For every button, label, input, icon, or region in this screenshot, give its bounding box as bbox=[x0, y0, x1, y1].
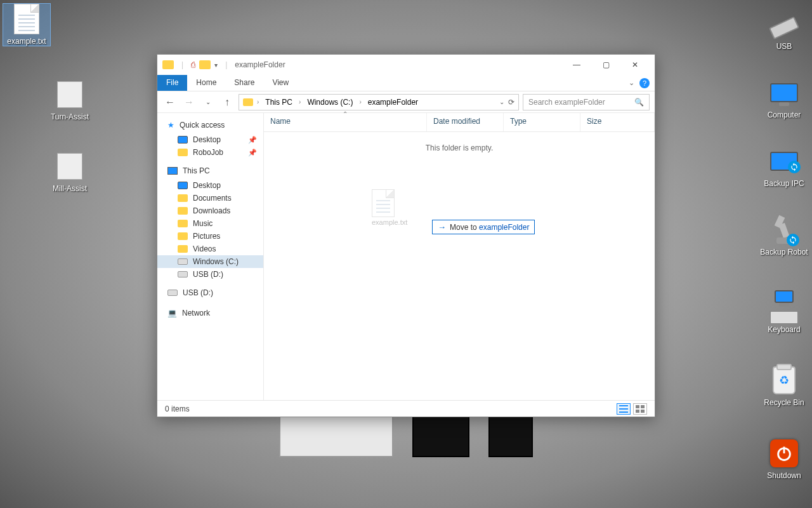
details-view-button[interactable] bbox=[617, 403, 631, 415]
tab-file[interactable]: File bbox=[157, 75, 187, 91]
folder-icon bbox=[178, 207, 188, 215]
addressbar-dropdown-icon[interactable]: ⌄ bbox=[499, 98, 504, 105]
breadcrumb-drive[interactable]: Windows (C:) bbox=[304, 98, 355, 107]
nav-item-desktop[interactable]: Desktop bbox=[157, 179, 263, 192]
desktop-icon-label: Backup IPC bbox=[760, 179, 808, 188]
minimize-button[interactable]: — bbox=[562, 55, 591, 75]
nav-item-label: RoboJob bbox=[193, 148, 223, 157]
desktop-icon-label: Backup Robot bbox=[760, 248, 808, 257]
folder-icon bbox=[178, 220, 188, 227]
tab-view[interactable]: View bbox=[263, 75, 298, 91]
breadcrumb-folder[interactable]: exampleFolder bbox=[365, 98, 421, 107]
nav-network[interactable]: 💻 Network bbox=[157, 307, 263, 321]
nav-item-robojob[interactable]: RoboJob📌 bbox=[157, 146, 263, 159]
example-txt-icon bbox=[11, 4, 42, 34]
desktop-icon-example-txt[interactable]: example.txt bbox=[3, 3, 51, 46]
col-date[interactable]: Date modified bbox=[427, 113, 504, 131]
nav-item-usb-d-[interactable]: USB (D:) bbox=[157, 268, 263, 281]
col-size[interactable]: Size bbox=[580, 113, 655, 131]
titlebar[interactable]: | ⎙ ▾ | exampleFolder — ▢ ✕ bbox=[157, 55, 655, 75]
nav-item-videos[interactable]: Videos bbox=[157, 243, 263, 255]
col-type[interactable]: Type bbox=[504, 113, 580, 131]
computer-icon bbox=[769, 77, 799, 108]
qat-dropdown-icon[interactable]: ▾ bbox=[214, 62, 218, 69]
chevron-right-icon[interactable]: › bbox=[256, 98, 260, 105]
desktop-icon-backup-robot[interactable]: Backup Robot bbox=[760, 215, 808, 257]
disk-icon bbox=[178, 271, 188, 277]
nav-quick-access[interactable]: ★ Quick access bbox=[157, 119, 263, 133]
desktop-icon-label: Computer bbox=[760, 110, 808, 119]
desktop-icon-backup-ipc[interactable]: Backup IPC bbox=[760, 146, 808, 188]
nav-item-label: Desktop bbox=[193, 135, 221, 144]
mill-assist-icon bbox=[55, 151, 85, 182]
desktop-icon-keyboard[interactable]: Keyboard bbox=[760, 292, 808, 334]
navigation-row: ← → ⌄ ↑ › This PC › Windows (C:) › examp… bbox=[157, 91, 655, 113]
close-button[interactable]: ✕ bbox=[620, 55, 650, 75]
nav-usb[interactable]: USB (D:) bbox=[157, 287, 263, 301]
empty-folder-message: This folder is empty. bbox=[264, 132, 655, 164]
drag-tip-dest: exampleFolder bbox=[479, 223, 529, 232]
nav-item-label: Desktop bbox=[193, 181, 221, 190]
recent-locations-button[interactable]: ⌄ bbox=[200, 95, 216, 110]
desktop-icon-label: example.txt bbox=[3, 37, 50, 46]
file-list-area[interactable]: ⌃ Name Date modified Type Size This fold… bbox=[264, 113, 655, 400]
navigation-pane[interactable]: ★ Quick access Desktop📌RoboJob📌 This PC … bbox=[157, 113, 264, 400]
nav-item-pictures[interactable]: Pictures bbox=[157, 230, 263, 243]
breadcrumb-thispc[interactable]: This PC bbox=[263, 98, 295, 107]
address-bar[interactable]: › This PC › Windows (C:) › exampleFolder… bbox=[239, 94, 519, 110]
desktop-icon-computer[interactable]: Computer bbox=[760, 77, 808, 119]
tab-share[interactable]: Share bbox=[225, 75, 263, 91]
disk-icon bbox=[167, 290, 178, 296]
svg-rect-4 bbox=[619, 411, 628, 413]
desktop-icon-recycle-bin[interactable]: ♻Recycle Bin bbox=[760, 365, 808, 407]
nav-usb-label: USB (D:) bbox=[183, 288, 213, 297]
desktop-icon-label: Shutdown bbox=[760, 471, 808, 480]
desktop-icon-turn-assist[interactable]: Turn-Assist bbox=[46, 79, 94, 121]
desktop-icon-shutdown[interactable]: Shutdown bbox=[760, 438, 808, 480]
search-input[interactable]: Search exampleFolder 🔍 bbox=[523, 94, 650, 110]
backup-robot-icon bbox=[769, 215, 799, 245]
col-name[interactable]: ⌃ Name bbox=[264, 113, 427, 131]
desktop-icon-label: Recycle Bin bbox=[760, 398, 808, 407]
svg-rect-5 bbox=[636, 405, 639, 408]
nav-item-windows-c-[interactable]: Windows (C:) bbox=[157, 255, 263, 268]
nav-item-documents[interactable]: Documents bbox=[157, 192, 263, 204]
thumbnails-view-button[interactable] bbox=[633, 403, 647, 415]
chevron-down-icon[interactable]: ⌄ bbox=[629, 79, 634, 87]
drag-ghost: example.txt bbox=[372, 189, 407, 226]
star-icon: ★ bbox=[167, 121, 174, 130]
ribbon-tabs: File Home Share View ⌄ ? bbox=[157, 75, 655, 91]
desktop-icon-mill-assist[interactable]: Mill-Assist bbox=[46, 151, 94, 193]
qat-save-icon[interactable]: ⎙ bbox=[191, 60, 195, 69]
help-icon[interactable]: ? bbox=[639, 78, 650, 88]
tab-home[interactable]: Home bbox=[187, 75, 225, 91]
search-icon: 🔍 bbox=[634, 98, 644, 107]
network-icon: 💻 bbox=[167, 309, 177, 318]
back-button[interactable]: ← bbox=[162, 95, 178, 110]
maximize-button[interactable]: ▢ bbox=[591, 55, 620, 75]
chevron-right-icon[interactable]: › bbox=[358, 98, 362, 105]
svg-rect-8 bbox=[641, 410, 645, 413]
up-button[interactable]: ↑ bbox=[219, 95, 235, 110]
desktop-icon-usb[interactable]: USB bbox=[760, 9, 808, 51]
qat-folder-icon[interactable] bbox=[199, 60, 211, 69]
chevron-right-icon[interactable]: › bbox=[298, 98, 302, 105]
nav-item-music[interactable]: Music bbox=[157, 217, 263, 230]
nav-item-label: Windows (C:) bbox=[193, 257, 239, 266]
folder-icon bbox=[178, 232, 188, 240]
addressbar-folder-icon bbox=[243, 98, 253, 106]
status-bar: 0 items bbox=[157, 400, 655, 417]
recycle-bin-icon: ♻ bbox=[769, 365, 799, 396]
nav-item-downloads[interactable]: Downloads bbox=[157, 204, 263, 217]
move-arrow-icon: → bbox=[438, 222, 446, 232]
desktop-icon bbox=[178, 182, 188, 189]
forward-button[interactable]: → bbox=[181, 95, 197, 110]
usb-icon bbox=[769, 9, 799, 39]
nav-item-desktop[interactable]: Desktop📌 bbox=[157, 133, 263, 146]
nav-quick-access-label: Quick access bbox=[180, 121, 225, 130]
nav-this-pc[interactable]: This PC bbox=[157, 165, 263, 179]
refresh-icon[interactable]: ⟳ bbox=[508, 98, 514, 107]
desktop-icon-label: USB bbox=[760, 42, 808, 51]
folder-icon bbox=[178, 149, 188, 156]
status-item-count: 0 items bbox=[165, 404, 190, 413]
